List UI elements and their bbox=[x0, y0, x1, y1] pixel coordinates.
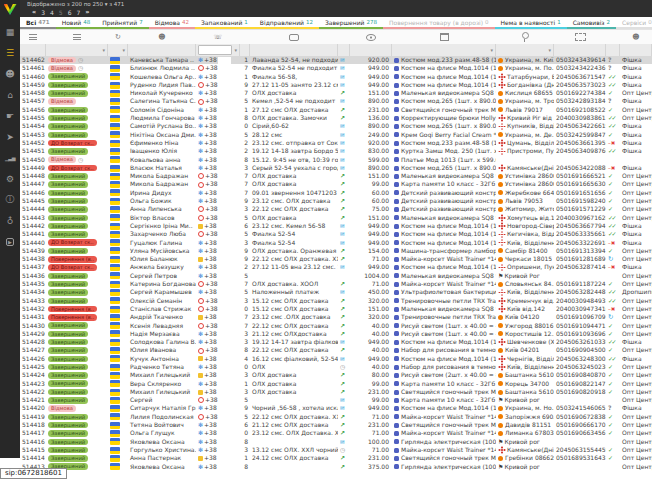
sidebar-item-video[interactable]: ▶ bbox=[0, 231, 20, 252]
table-row[interactable]: 514461Відмова◷Близнюк Людмила ..+387Фиал… bbox=[20, 64, 652, 72]
table-row[interactable]: 514422ЗавершенийМихаил Гилецький+383ОЛХ … bbox=[20, 388, 652, 396]
table-row[interactable]: 514417ЗавершенийОльга Глущук✻+38023.12 с… bbox=[20, 429, 652, 437]
phone-filter-input[interactable] bbox=[198, 45, 232, 55]
tab-Завершений[interactable]: Завершений278 bbox=[319, 17, 383, 29]
page-button-5[interactable]: 5 bbox=[59, 8, 63, 17]
table-row[interactable]: 514438Повернення (в..Юлия Баланюк+38922.… bbox=[20, 255, 652, 263]
filter-flag[interactable]: ▾ bbox=[108, 44, 128, 56]
table-row[interactable]: 514413ЗавершенийЯковлева Оксана✻+388↗375… bbox=[20, 463, 652, 471]
table-row[interactable]: 514429ЗавершенийНадія Мерзаєва✻+38321.12… bbox=[20, 330, 652, 338]
filter-status[interactable]: ▾ bbox=[46, 44, 108, 56]
column-header-tracking[interactable] bbox=[554, 30, 606, 44]
column-header-phone[interactable]: ☏ bbox=[196, 30, 240, 44]
table-row[interactable]: 514441ЗавершенийЗахарченко Люба+385Фиалк… bbox=[20, 230, 652, 238]
table-row[interactable]: 514450Відмова◷Ковальова анна✻+38815.12. … bbox=[20, 156, 652, 164]
table-row[interactable]: 514449ДО Возврат ск..Власюк Наталья✻+383… bbox=[20, 164, 652, 172]
table-row[interactable]: 514423ЗавершенийВера Скляренко✻+381ОЛХ д… bbox=[20, 380, 652, 388]
column-header-cicon[interactable] bbox=[338, 30, 350, 44]
table-row[interactable]: 514447ЗавершенийМикола Бадражан+387ОЛХ д… bbox=[20, 180, 652, 188]
table-row[interactable]: 514435ЗавершенийКатерина Богданова+387ОЛ… bbox=[20, 280, 652, 288]
tab-Сервіси[interactable]: Сервіси0 bbox=[616, 17, 652, 29]
page-button-7[interactable]: 7 bbox=[77, 8, 81, 17]
filter-digit[interactable] bbox=[240, 44, 250, 56]
table-row[interactable]: 514437ДО Возврат ск..Анжела Безушку✻+382… bbox=[20, 263, 652, 271]
table-row[interactable]: 514434ЗавершенийСергей Карамышев✻+385Нал… bbox=[20, 288, 652, 296]
sidebar-item-web[interactable]: ♁ bbox=[0, 210, 20, 231]
filter-name[interactable] bbox=[128, 44, 196, 56]
filter-tracking[interactable] bbox=[554, 44, 606, 56]
table-row[interactable]: 514455ЗавершенийЛюдмила Гончарова✻+388ОЛ… bbox=[20, 114, 652, 122]
table-row[interactable]: 514432Повернення (в..Станіслав Стрижак+3… bbox=[20, 305, 652, 313]
table-row[interactable]: 514427ЗавершенийЮлия Иванова+38822.12 см… bbox=[20, 346, 652, 354]
table-row[interactable]: 514448ЗавершенийМикола Бадражан+387ОЛХ д… bbox=[20, 172, 652, 180]
table-row[interactable]: 514459ЗавершенийРуденко Лидия Пав..+3892… bbox=[20, 81, 652, 89]
column-header-product[interactable] bbox=[392, 30, 496, 44]
column-header-price[interactable] bbox=[350, 30, 392, 44]
table-row[interactable]: 514426ЗавершенийКучук Антоніна+38416.12 … bbox=[20, 355, 652, 363]
table-row[interactable]: 514452ДО Возврат ск..Єфименко Ніна✻+3822… bbox=[20, 139, 652, 147]
table-row[interactable]: 514421ЗавершенийСергей+385✉99.00Карта па… bbox=[20, 396, 652, 404]
filter-delivery[interactable]: ▾ bbox=[496, 44, 554, 56]
table-row[interactable]: 514445ЗавершенийОльга Божик✻+38923.12 см… bbox=[20, 197, 652, 205]
column-header-source[interactable]: ☻ bbox=[620, 30, 652, 44]
tab-Самовивіз[interactable]: Самовивіз2 bbox=[567, 17, 616, 29]
table-row[interactable]: 514431Повернення (в..Андрій Ткаченко+387… bbox=[20, 313, 652, 321]
table-row[interactable]: 514419ЗавершенийЛилия Подолинская+38522.… bbox=[20, 413, 652, 421]
table-row[interactable]: 514453ЗавершенийНікітіна Оксана Дми..✻+3… bbox=[20, 131, 652, 139]
filter-price[interactable] bbox=[350, 44, 392, 56]
table-row[interactable]: 514414ЗавершенийАнна Пастернак+38124.12 … bbox=[20, 454, 652, 462]
table-row[interactable]: 514428ЗавершенийСолодкова Галина В..✻+38… bbox=[20, 338, 652, 346]
table-row[interactable]: 514439ЗавершенийУляна Мусійовська✻+389ОЛ… bbox=[20, 247, 652, 255]
table-row[interactable]: 514457ВідмоваСалегина Татьяна С..+385Кем… bbox=[20, 97, 652, 105]
tab-Нема в наявності[interactable]: Нема в наявності1 bbox=[495, 17, 567, 29]
table-row[interactable]: 514433ЗавершенийОлексій Семанін+38315.12… bbox=[20, 297, 652, 305]
column-header-delivery[interactable] bbox=[496, 30, 554, 44]
sidebar-item-customers[interactable]: ☻ bbox=[0, 63, 20, 84]
column-header-ticon[interactable] bbox=[606, 30, 620, 44]
sidebar-item-stats[interactable]: ▁▃▅ bbox=[0, 147, 20, 168]
tab-Відправлений[interactable]: Відправлений12 bbox=[254, 17, 319, 29]
table-row[interactable]: 514440ДО Возврат ск..Гуцалюк Галина✻+383… bbox=[20, 239, 652, 247]
sidebar-item-settings[interactable]: ⚙ bbox=[0, 168, 20, 189]
table-row[interactable]: 514424ЗавершенийМихаил Гилецький+383ОЛХ … bbox=[20, 371, 652, 379]
last-page-button[interactable]: » bbox=[85, 8, 89, 17]
table-row[interactable]: 514444ЗавершенийАнна Липенська+38322.12 … bbox=[20, 205, 652, 213]
page-button-4[interactable]: 4 bbox=[50, 8, 54, 17]
sidebar-item-broadcast[interactable]: ➤ bbox=[0, 126, 20, 147]
table-row[interactable]: 514456ЗавершенийСоломія Сідоніна✻+38127.… bbox=[20, 106, 652, 114]
sidebar-item-info[interactable]: ⓘ bbox=[0, 189, 20, 210]
filter-cicon[interactable] bbox=[338, 44, 350, 56]
column-header-status[interactable] bbox=[46, 30, 108, 44]
table-row[interactable]: 514420ВідмоваСитарчук Наталія Гр..✻+389Ч… bbox=[20, 404, 652, 412]
filter-product[interactable]: ▾ bbox=[392, 44, 496, 56]
sidebar-item-dashboard[interactable]: ▦ bbox=[0, 21, 20, 42]
column-header-digit[interactable] bbox=[240, 30, 250, 44]
table-row[interactable]: 514415ЗавершенийГоргулько Христина..✻+38… bbox=[20, 446, 652, 454]
page-button-6[interactable]: 6 bbox=[68, 8, 72, 17]
tab-Відмова[interactable]: Відмова42 bbox=[149, 17, 195, 29]
tab-Повернення товару (в дорозі)[interactable]: Повернення товару (в дорозі)0 bbox=[383, 17, 495, 29]
filter-comment[interactable] bbox=[250, 44, 338, 56]
column-header-id[interactable] bbox=[20, 30, 46, 44]
first-page-button[interactable]: « bbox=[32, 8, 36, 17]
filter-phone[interactable]: ▾ bbox=[196, 44, 240, 56]
table-row[interactable]: 514418ЗавершенийТетяна Войтович✻+38621.1… bbox=[20, 421, 652, 429]
table-row[interactable]: 514460ЗавершенийКошелева Ольга Ар..✻+381… bbox=[20, 73, 652, 81]
tab-Запакований[interactable]: Запакований1 bbox=[195, 17, 254, 29]
filter-source[interactable] bbox=[620, 44, 652, 56]
tab-Прийнятий[interactable]: Прийнятий7 bbox=[96, 17, 148, 29]
filter-ticon[interactable] bbox=[606, 44, 620, 56]
table-row[interactable]: 514436ЗавершенийСергей Петров✻+3851004.0… bbox=[20, 272, 652, 280]
column-header-name[interactable]: ☻ bbox=[128, 30, 196, 44]
table-row[interactable]: 514454ЗавершенийСамотій Руслана Во..✻+38… bbox=[20, 122, 652, 130]
sidebar-item-store[interactable]: ⌂ bbox=[0, 84, 20, 105]
table-row[interactable]: 514442ЗавершенийСергієнко Іріна Ми..+386… bbox=[20, 222, 652, 230]
table-row[interactable]: 514458ЗавершенийНиколай Кучеренко✻+387ОЛ… bbox=[20, 89, 652, 97]
table-row[interactable]: 514443ЗавершенийВіктор Власов+385ОЛХ дос… bbox=[20, 214, 652, 222]
column-header-flag[interactable]: ↻ bbox=[108, 30, 128, 44]
table-row[interactable]: 514430ЗавершенийКсенія Левадняя+38722.12… bbox=[20, 322, 652, 330]
tab-Новий[interactable]: Новий48 bbox=[56, 17, 97, 29]
filter-id[interactable] bbox=[20, 44, 46, 56]
table-row[interactable]: 514425ЗавершенийРадченко Тетяна✻+380ОЛХ◷… bbox=[20, 363, 652, 371]
table-row[interactable]: 514416ЗавершенийЯковлева Оксана✻+388✉100… bbox=[20, 438, 652, 446]
